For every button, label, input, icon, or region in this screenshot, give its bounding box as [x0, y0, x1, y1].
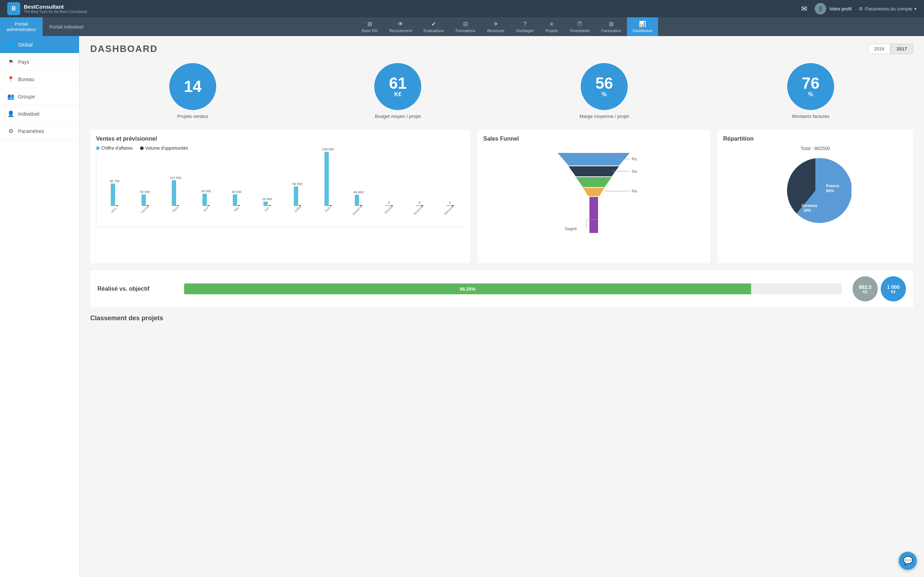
funnel-seg-2: [569, 166, 619, 176]
kpi-projets-vendus: 14 Projets vendus: [169, 63, 216, 119]
nav-portail-individuel[interactable]: Portail individuel: [43, 17, 90, 36]
progress-target-value: 1 000: [887, 284, 900, 290]
bar-group: 0Octobre: [375, 201, 404, 216]
progress-pct-label: 86.25%: [460, 286, 476, 292]
brand-name: BestConsultant: [24, 3, 87, 10]
sidebar-label-groupe: Groupe: [18, 94, 35, 100]
bar-month-label: Janv...: [110, 206, 119, 214]
nav-dashboard[interactable]: 📊 Dashboard: [627, 17, 658, 36]
nav-absences-label: Absences: [487, 29, 504, 33]
kpi-value-budget: 61: [389, 76, 407, 91]
settings-button[interactable]: ⚙ Parametres du compte ▾: [859, 6, 917, 11]
bar-ca-value: 50 000: [140, 190, 150, 193]
nav-recrutement[interactable]: 👁 Recrutement: [383, 17, 418, 36]
nav-portail-administrateur[interactable]: Portailadministrateur: [0, 17, 43, 36]
nav-sondages-label: Sondages: [516, 29, 534, 33]
sidebar-item-global[interactable]: 🌐 Global: [0, 36, 79, 53]
bar-group: 96 750Janv...: [100, 179, 129, 216]
bar-month-label: Février: [140, 206, 150, 214]
nav-sondages[interactable]: ? Sondages: [510, 17, 540, 36]
sidebar-item-bureau[interactable]: 📍 Bureau: [0, 71, 79, 88]
nav-facturation-label: Facturation: [601, 29, 621, 33]
bar-chart-block: Ventes et prévisionnel Chiffre d'affaire…: [90, 130, 470, 263]
bar-ca: [233, 194, 237, 206]
kpi-value-marge: 56: [596, 76, 613, 91]
sidebar-item-individuel[interactable]: 👤 Individuel: [0, 105, 79, 122]
nav-projets-label: Projets: [545, 29, 558, 33]
bar-ca-value: 111 000: [170, 176, 181, 180]
gear-icon: ⚙: [859, 6, 863, 11]
bar-ca-value: 84 500: [292, 182, 302, 186]
legend-vol-label: Volume d'opportunités: [145, 146, 188, 151]
funnel-label-3: Perdu/Ab...: [632, 189, 637, 193]
bar-chart-legend: Chiffre d'affaires Volume d'opportunités: [96, 146, 465, 151]
bar-ca: [294, 187, 298, 206]
bar-ca: [172, 180, 176, 206]
bar-chart-area: 96 750Janv...50 000Février111 000Mars54 …: [96, 155, 465, 227]
year-2017-button[interactable]: 2017: [890, 44, 913, 54]
sidebar: 🌐 Global ⚑ Pays 📍 Bureau 👥 Groupe 👤 Indi…: [0, 36, 79, 577]
bar-ca: [325, 152, 329, 206]
profile-button[interactable]: 👤 Votre profil: [815, 3, 851, 15]
funnel-label-2: Souten...: [632, 169, 637, 174]
year-2016-button[interactable]: 2016: [868, 44, 890, 54]
nav-evaluations[interactable]: ✔ Evaluations: [418, 17, 450, 36]
absences-icon: ✈: [493, 21, 498, 27]
legend-ca-dot: [96, 147, 100, 150]
bar-group: 19 500Juin: [253, 197, 282, 216]
bar-ca: [142, 194, 146, 206]
pie-pct-germany: 20%: [804, 208, 811, 213]
settings-label: Parametres du compte: [865, 6, 913, 11]
sidebar-item-pays[interactable]: ⚑ Pays: [0, 53, 79, 71]
bar-month-label: Mai: [234, 206, 239, 212]
brand-tagline: The Best Tools for the Best Consultants: [24, 10, 87, 14]
nav-timesheets[interactable]: ⏱ Timesheets: [564, 17, 595, 36]
funnel-label-1: Prop...: [632, 157, 637, 161]
sidebar-label-global: Global: [18, 42, 32, 48]
bar-group: 84 500Juillet: [283, 182, 312, 216]
avatar: 👤: [815, 3, 826, 15]
bar-month-label: Décembre: [444, 206, 457, 216]
progress-bar-container: 86.25%: [184, 284, 842, 294]
bar-month-label: Mars: [172, 206, 179, 213]
bar-ca: [263, 201, 268, 206]
nav-base-rh-label: Base RH: [362, 29, 378, 33]
bar-ca-value: 0: [449, 201, 451, 205]
pie-label-germany: Germany: [802, 204, 817, 208]
nav-items: ⊞ Base RH 👁 Recrutement ✔ Evaluations ⊟ …: [90, 17, 924, 36]
sidebar-item-parametres[interactable]: ⚙ Paramètres: [0, 122, 79, 140]
brand: B BestConsultant The Best Tools for the …: [7, 2, 87, 15]
kpi-circle-marge: 56 %: [581, 63, 628, 110]
globe-icon: 🌐: [7, 41, 15, 48]
dashboard-icon: 📊: [639, 21, 646, 27]
progress-label: Réalisé vs. objectif: [97, 285, 177, 292]
kpi-budget-moyen: 61 K€ Budget moyen / projet: [374, 63, 421, 119]
bar-ca-value: 49 500: [231, 190, 241, 193]
nav-facturation[interactable]: ⊞ Facturation: [596, 17, 627, 36]
kpi-label-marge: Marge moyenne / projet: [579, 114, 629, 119]
pie-pct-france: 80%: [826, 189, 834, 193]
mail-icon[interactable]: ✉: [801, 4, 808, 13]
funnel-seg-3: [576, 177, 612, 187]
pie-label-france: France: [826, 184, 839, 188]
sidebar-label-individuel: Individuel: [18, 111, 39, 117]
sidebar-item-groupe[interactable]: 👥 Groupe: [0, 88, 79, 105]
nav-projets[interactable]: ≡ Projets: [540, 17, 564, 36]
progress-actual-circle: 862.5 K€: [853, 276, 878, 301]
main-layout: 🌐 Global ⚑ Pays 📍 Bureau 👥 Groupe 👤 Indi…: [0, 36, 924, 577]
bar-month-label: Avril: [203, 206, 209, 213]
year-selector: 2016 2017: [868, 44, 913, 54]
chat-bubble[interactable]: 💬: [899, 552, 917, 570]
bar-group: 49 500Mai: [222, 190, 251, 216]
nav-absences[interactable]: ✈ Absences: [481, 17, 510, 36]
nav-recrutement-label: Recrutement: [389, 29, 412, 33]
sondages-icon: ?: [523, 21, 527, 27]
navbar: Portailadministrateur Portail individuel…: [0, 17, 924, 36]
nav-base-rh[interactable]: ⊞ Base RH: [356, 17, 383, 36]
funnel-label-4: Gagné: [565, 226, 577, 231]
nav-formations[interactable]: ⊟ Formations: [450, 17, 481, 36]
bar-ca-value: 96 750: [109, 179, 120, 183]
sidebar-label-parametres: Paramètres: [18, 128, 44, 134]
topbar-right: ✉ 👤 Votre profil ⚙ Parametres du compte …: [801, 3, 917, 15]
settings-icon: ⚙: [7, 128, 15, 134]
